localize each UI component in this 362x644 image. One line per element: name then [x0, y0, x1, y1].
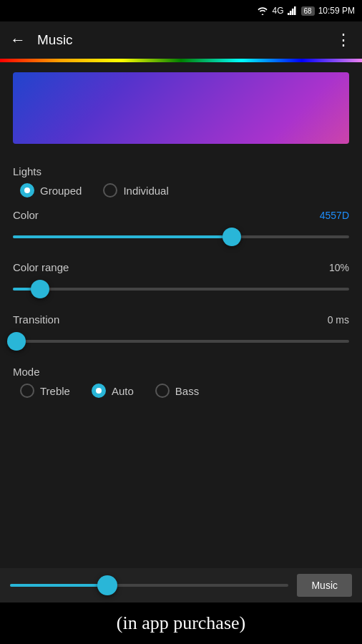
- iap-bar: (in app purchase): [0, 602, 362, 644]
- back-button[interactable]: ←: [10, 31, 26, 49]
- music-slider[interactable]: [10, 574, 288, 597]
- color-value: 4557D: [320, 210, 349, 221]
- treble-radio-circle: [20, 384, 34, 398]
- color-slider-fill: [13, 235, 232, 238]
- grouped-radio-label: Grouped: [40, 185, 82, 197]
- iap-text: (in app purchase): [117, 613, 245, 634]
- status-icons: 4G 68 10:59 PM: [257, 6, 355, 16]
- color-range-slider-thumb[interactable]: [31, 280, 49, 298]
- transition-slider-track: [13, 340, 349, 343]
- transition-row: Transition 0 ms: [13, 313, 349, 326]
- svg-rect-1: [290, 11, 292, 15]
- music-slider-track: [10, 584, 288, 587]
- music-slider-fill: [10, 584, 107, 587]
- battery-badge: 68: [301, 6, 315, 16]
- color-slider-thumb[interactable]: [222, 228, 241, 246]
- bass-radio-label: Bass: [175, 385, 199, 397]
- auto-radio[interactable]: Auto: [92, 384, 134, 398]
- color-range-row: Color range 10%: [13, 261, 349, 273]
- auto-radio-circle: [92, 384, 106, 398]
- bass-radio-circle: [155, 384, 170, 398]
- grouped-radio[interactable]: Grouped: [20, 183, 82, 197]
- page-title: Music: [37, 32, 324, 48]
- music-button[interactable]: Music: [297, 574, 352, 597]
- music-bar: Music: [0, 568, 362, 602]
- transition-value: 0 ms: [328, 314, 349, 326]
- signal-icon: [288, 6, 298, 15]
- color-row: Color 4557D: [13, 209, 349, 221]
- rainbow-bar: [0, 59, 362, 62]
- auto-radio-label: Auto: [112, 385, 134, 397]
- network-label: 4G: [272, 6, 283, 16]
- svg-rect-3: [294, 6, 296, 15]
- color-range-slider-track: [13, 288, 349, 291]
- svg-rect-2: [292, 9, 294, 15]
- transition-slider-thumb[interactable]: [7, 332, 26, 351]
- status-bar: 4G 68 10:59 PM: [0, 0, 362, 21]
- overflow-menu-button[interactable]: ⋮: [336, 31, 352, 49]
- svg-rect-0: [288, 13, 290, 15]
- individual-radio-circle: [103, 183, 117, 197]
- color-slider-track: [13, 235, 349, 238]
- individual-radio-label: Individual: [123, 185, 168, 197]
- transition-slider[interactable]: [13, 330, 349, 353]
- lights-radio-group: Grouped Individual: [20, 183, 349, 197]
- color-preview: [13, 72, 349, 144]
- grouped-radio-circle: [20, 183, 34, 197]
- music-slider-thumb[interactable]: [97, 575, 117, 595]
- mode-label: Mode: [13, 366, 349, 378]
- color-label: Color: [13, 209, 39, 221]
- mode-radio-group: Treble Auto Bass: [20, 384, 349, 398]
- content-area: Lights Grouped Individual Color 4557D Co…: [0, 151, 362, 416]
- toolbar: ← Music ⋮: [0, 21, 362, 59]
- lights-label: Lights: [13, 165, 349, 177]
- individual-radio[interactable]: Individual: [103, 183, 168, 197]
- transition-label: Transition: [13, 313, 59, 326]
- color-slider[interactable]: [13, 225, 349, 248]
- bass-radio[interactable]: Bass: [155, 384, 199, 398]
- color-range-slider[interactable]: [13, 278, 349, 301]
- wifi-icon: [257, 6, 268, 15]
- color-range-value: 10%: [329, 262, 349, 273]
- color-range-label: Color range: [13, 261, 69, 273]
- treble-radio-label: Treble: [40, 385, 70, 397]
- treble-radio[interactable]: Treble: [20, 384, 70, 398]
- clock: 10:59 PM: [318, 6, 355, 16]
- mode-section: Mode Treble Auto Bass: [13, 366, 349, 398]
